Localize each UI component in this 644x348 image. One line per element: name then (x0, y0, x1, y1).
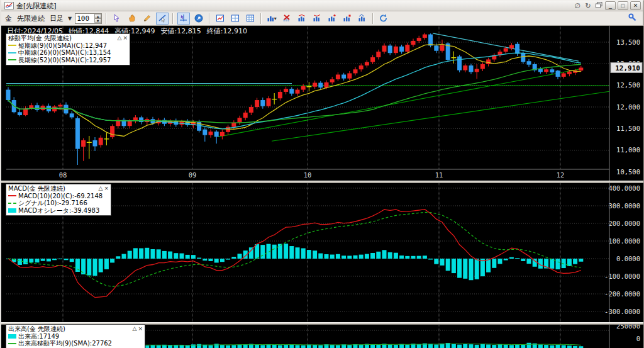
ma-long-swatch (8, 59, 16, 60)
spin-up-icon[interactable]: ▲ (94, 14, 101, 18)
legend-collapse-icon[interactable]: △ (133, 326, 137, 332)
svg-text:12,500: 12,500 (616, 81, 640, 89)
volume-ma-swatch (8, 343, 16, 344)
navigate-circle-icon[interactable] (192, 13, 205, 25)
legend-close-icon[interactable]: × (123, 35, 128, 41)
ma-mid-swatch (8, 52, 16, 53)
ma-mid-label: 中期線(26)(0)(SMA)(C):13,154 (18, 49, 111, 57)
macd-line (8, 210, 581, 298)
macd-line-label: MACD(10)(20)(C):-69.2148 (18, 193, 103, 200)
rising-trendline-1 (218, 69, 583, 137)
svg-text:400.0000: 400.0000 (608, 184, 640, 192)
ma-long-label: 長期線(52)(0)(SMA)(C):12,957 (18, 57, 111, 64)
ma-short-label: 短期線(9)(0)(SMA)(C):12,947 (18, 42, 107, 50)
svg-text:100.0000: 100.0000 (608, 237, 640, 245)
svg-text:-200.0000: -200.0000 (604, 290, 640, 298)
info-close: 終値:12,910 (207, 27, 247, 35)
grid-small-icon[interactable] (229, 13, 242, 25)
svg-text:300.0000: 300.0000 (608, 202, 640, 210)
toolbar-separator (209, 13, 210, 24)
svg-text:12: 12 (557, 171, 565, 179)
indicator-preset-2-icon[interactable] (311, 13, 323, 25)
remove-indicator-icon[interactable] (280, 13, 293, 25)
toolbar: 金 先限連続 日足 ▼ ▲ ▼ (1, 11, 643, 26)
svg-text:11,000: 11,000 (616, 146, 640, 154)
svg-text:09: 09 (189, 171, 197, 179)
legend-row: 長期線(52)(0)(SMA)(C):12,957 (8, 57, 128, 64)
grid-large-icon[interactable] (244, 13, 257, 25)
svg-text:11,500: 11,500 (616, 125, 640, 132)
indicator-histogram-icon[interactable]: ▼ (265, 13, 278, 25)
volume-swatch (8, 334, 16, 339)
settings-wrench-icon[interactable] (628, 13, 638, 25)
timeframe-select[interactable]: 日足 (48, 14, 65, 23)
volume-legend-title: 出来高(金 先限連続) (8, 325, 65, 333)
macd-legend: MACD(金 先限連続) △ × MACD(10)(20)(C):-69.214… (6, 184, 111, 216)
refresh-chart-icon[interactable] (377, 13, 390, 25)
toolbar-separator (172, 13, 174, 24)
toolbar-separator (372, 13, 374, 24)
title-bar: 金[先限連続] ∅ ↻ _ □ ✕ (1, 1, 643, 11)
ma-short-swatch (8, 45, 16, 46)
pan-hand-icon[interactable] (126, 13, 138, 25)
reload-icon[interactable]: ↻ (584, 2, 592, 10)
select-cursor-icon[interactable] (111, 13, 123, 25)
macd-plot[interactable] (6, 210, 584, 298)
maximize-button[interactable]: □ (618, 1, 628, 10)
svg-text:12,910: 12,910 (615, 64, 640, 72)
ma-legend-title: 移動平均(金 先限連続) (8, 35, 72, 42)
macd-legend-title: MACD(金 先限連続) (8, 185, 65, 193)
timeframe-caret-icon[interactable]: ▼ (67, 16, 72, 21)
svg-text:11: 11 (435, 171, 443, 179)
legend-row: 出来高:17149 (8, 333, 143, 340)
window-title: 金[先限連続] (16, 1, 57, 11)
indicator-preset-3-icon[interactable] (326, 13, 338, 25)
chart-region[interactable]: 13,50013,00012,50012,00011,50011,00010,5… (1, 26, 644, 348)
indicator-preset-5-icon[interactable] (356, 13, 369, 25)
sma-52-line (8, 64, 581, 123)
legend-row: シグナル(10):-29.7166 (8, 199, 109, 207)
link-icon[interactable]: ∅ (573, 2, 582, 10)
macd-osc-label: MACDオシレータ:-39.4983 (18, 207, 99, 215)
toolbar-separator (260, 13, 262, 24)
legend-row: MACDオシレータ:-39.4983 (8, 207, 109, 215)
macd-osc-swatch (8, 208, 16, 213)
bar-count-spinner: ▲ ▼ (75, 13, 102, 24)
svg-text:12,000: 12,000 (616, 103, 640, 111)
indicator-preset-1-icon[interactable] (296, 13, 308, 25)
legend-collapse-icon[interactable]: △ (118, 35, 122, 41)
legend-collapse-icon[interactable]: △ (99, 186, 103, 191)
legend-close-icon[interactable]: × (138, 326, 143, 332)
info-low: 安値:12,815 (161, 27, 201, 35)
cascade-icon[interactable] (594, 2, 603, 10)
close-button[interactable]: ✕ (630, 1, 641, 10)
minimize-button[interactable]: _ (605, 1, 616, 10)
svg-text:13,500: 13,500 (616, 38, 640, 46)
legend-close-icon[interactable]: × (104, 186, 109, 191)
svg-text:200.0000: 200.0000 (608, 220, 640, 227)
contract-label: 先限連続 (16, 14, 46, 23)
crosshair-tool-icon[interactable] (177, 13, 190, 25)
macd-signal-swatch (8, 203, 16, 204)
legend-row: 中期線(26)(0)(SMA)(C):13,154 (8, 49, 128, 57)
macd-line-swatch (8, 195, 16, 196)
volume-ma-label: 出来高移動平均(9)(SMA):27762 (18, 340, 112, 347)
svg-text:10,500: 10,500 (616, 168, 640, 176)
ma-legend: 移動平均(金 先限連続) △ × 短期線(9)(0)(SMA)(C):12,94… (6, 33, 130, 65)
toolbar-separator (106, 13, 107, 24)
chart-window: 金[先限連続] ∅ ↻ _ □ ✕ 金 先限連続 日足 ▼ ▲ ▼ (0, 0, 644, 348)
svg-text:08: 08 (59, 171, 67, 179)
trendline-tool-icon[interactable] (156, 13, 169, 25)
svg-text:10: 10 (304, 171, 312, 179)
macd-signal-label: シグナル(10):-29.7166 (18, 199, 87, 207)
volume-legend: 出来高(金 先限連続) △ × 出来高:17149 出来高移動平均(9)(SMA… (6, 324, 145, 348)
bar-count-input[interactable] (75, 14, 94, 23)
draw-pencil-icon[interactable] (141, 13, 153, 25)
volume-label: 出来高:17149 (18, 333, 59, 340)
indicator-preset-4-icon[interactable] (341, 13, 353, 25)
panel-splitter[interactable] (1, 181, 643, 183)
svg-text:-300.0000: -300.0000 (604, 308, 640, 315)
new-chart-panel-icon[interactable] (214, 13, 226, 25)
spin-down-icon[interactable]: ▼ (94, 18, 101, 23)
svg-text:0: 0 (636, 335, 640, 342)
